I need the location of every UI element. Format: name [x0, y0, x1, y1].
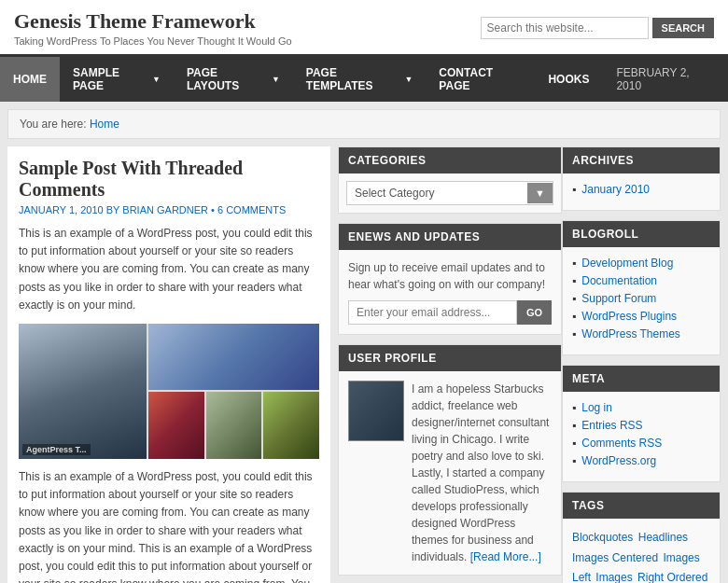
- archives-content: January 2010: [563, 174, 720, 210]
- tags-content: Blockquotes Headlines Images Centered Im…: [563, 519, 720, 583]
- post-date: JANUARY 1, 2010: [19, 204, 104, 215]
- tag-link-6[interactable]: Right Ordered Lists: [572, 571, 707, 583]
- tags-widget: TAGS Blockquotes Headlines Images Center…: [562, 492, 721, 583]
- archives-title: ARCHIVES: [563, 147, 720, 174]
- tag-link-1[interactable]: Blockquotes: [572, 531, 633, 544]
- content-area: Sample Post With Threaded Comments JANUA…: [7, 146, 721, 583]
- main-nav: HOME SAMPLE PAGE ▼ PAGE LAYOUTS ▼ PAGE T…: [0, 57, 728, 102]
- post-img-5: [263, 392, 319, 459]
- post-img-1: AgentPress T...: [19, 324, 147, 459]
- meta-content: Log in Entries RSS Comments RSS WordPres…: [563, 392, 720, 481]
- enews-form: GO: [348, 300, 552, 325]
- blogroll-link-2[interactable]: Documentation: [581, 274, 657, 287]
- tag-link-5[interactable]: Images: [595, 571, 632, 583]
- search-input[interactable]: [481, 17, 649, 39]
- post-separator: •: [211, 204, 217, 215]
- post-comments-link[interactable]: 6 COMMENTS: [217, 204, 286, 215]
- meta-item-2: Entries RSS: [572, 419, 710, 432]
- site-header: Genesis Theme Framework Taking WordPress…: [0, 0, 728, 57]
- blogroll-item-2: Documentation: [572, 274, 710, 287]
- user-profile-content: I am a hopeless Starbucks addict, freela…: [339, 371, 561, 575]
- profile-text: I am a hopeless Starbucks addict, freela…: [412, 381, 552, 565]
- right-sidebar: ARCHIVES January 2010 BLOGROLL Developme…: [562, 146, 721, 583]
- categories-content: Select Category ▼: [339, 174, 561, 213]
- tag-link-2[interactable]: Headlines: [638, 531, 688, 544]
- meta-link-2[interactable]: Entries RSS: [581, 419, 642, 432]
- post-title: Sample Post With Threaded Comments: [19, 158, 319, 201]
- nav-arrow-templates: ▼: [404, 75, 413, 84]
- enews-title: ENEWS AND UPDATES: [339, 224, 561, 250]
- category-select-text: Select Category: [347, 182, 527, 204]
- post-img-3: [148, 392, 204, 459]
- user-profile-widget: USER PROFILE I am a hopeless Starbucks a…: [338, 344, 562, 576]
- post-image-collage: AgentPress T...: [19, 324, 319, 459]
- blogroll-content: Development Blog Documentation Support F…: [563, 247, 720, 354]
- blogroll-item-1: Development Blog: [572, 257, 710, 270]
- post-img-4: [206, 392, 262, 459]
- profile-read-more-link[interactable]: [Read More...]: [470, 550, 541, 563]
- post-author-link[interactable]: BRIAN GARDNER: [122, 204, 208, 215]
- nav-arrow-layouts: ▼: [272, 75, 280, 84]
- meta-item-1: Log in: [572, 401, 710, 414]
- meta-widget: META Log in Entries RSS Comments RSS Wor…: [562, 365, 721, 482]
- meta-link-3[interactable]: Comments RSS: [581, 437, 662, 450]
- tags-title: TAGS: [563, 493, 720, 519]
- nav-item-page-layouts[interactable]: PAGE LAYOUTS ▼: [174, 57, 293, 102]
- nav-item-hooks[interactable]: HOOKS: [535, 57, 602, 102]
- nav-item-contact[interactable]: CONTACT PAGE: [426, 57, 535, 102]
- nav-items: HOME SAMPLE PAGE ▼ PAGE LAYOUTS ▼ PAGE T…: [0, 57, 602, 102]
- avatar: [348, 381, 404, 441]
- user-profile-title: USER PROFILE: [339, 345, 561, 371]
- blogroll-link-1[interactable]: Development Blog: [581, 257, 673, 270]
- meta-item-4: WordPress.org: [572, 454, 710, 467]
- nav-arrow-sample: ▼: [152, 75, 161, 84]
- category-select[interactable]: Select Category ▼: [346, 181, 553, 205]
- meta-item-3: Comments RSS: [572, 437, 710, 450]
- post-paragraph-1: This is an example of a WordPress post, …: [19, 225, 319, 314]
- post-paragraph-2: This is an example of a WordPress post, …: [19, 468, 319, 583]
- enews-submit-button[interactable]: GO: [517, 300, 552, 325]
- blogroll-link-3[interactable]: Support Forum: [581, 292, 656, 305]
- blogroll-item-3: Support Forum: [572, 292, 710, 305]
- blogroll-widget: BLOGROLL Development Blog Documentation …: [562, 220, 721, 355]
- breadcrumb-home-link[interactable]: Home: [90, 118, 119, 131]
- category-dropdown-arrow: ▼: [527, 183, 553, 203]
- blogroll-link-5[interactable]: WordPress Themes: [581, 327, 680, 340]
- nav-item-sample-page[interactable]: SAMPLE PAGE ▼: [60, 57, 174, 102]
- tag-link-3[interactable]: Images Centered: [572, 551, 658, 564]
- meta-link-1[interactable]: Log in: [581, 401, 612, 414]
- nav-date: FEBRUARY 2, 2010: [602, 57, 728, 102]
- blogroll-item-5: WordPress Themes: [572, 327, 710, 340]
- post-meta: JANUARY 1, 2010 BY BRIAN GARDNER • 6 COM…: [19, 204, 319, 215]
- main-content: Sample Post With Threaded Comments JANUA…: [7, 146, 330, 583]
- nav-item-home[interactable]: HOME: [0, 57, 60, 102]
- archive-link[interactable]: January 2010: [581, 183, 650, 196]
- enews-content: Sign up to receive email updates and to …: [339, 250, 561, 334]
- categories-title: CATEGORIES: [339, 147, 561, 174]
- categories-widget: CATEGORIES Select Category ▼: [338, 146, 562, 214]
- enews-widget: ENEWS AND UPDATES Sign up to receive ema…: [338, 223, 562, 335]
- archive-item: January 2010: [572, 183, 710, 196]
- blogroll-title: BLOGROLL: [563, 221, 720, 247]
- post-img-2: [148, 324, 319, 391]
- post-by: BY: [106, 204, 119, 215]
- archives-widget: ARCHIVES January 2010: [562, 146, 721, 211]
- breadcrumb: You are here: Home: [7, 109, 721, 139]
- breadcrumb-text: You are here:: [20, 118, 90, 131]
- enews-text: Sign up to receive email updates and to …: [348, 259, 552, 293]
- left-sidebar: CATEGORIES Select Category ▼ ENEWS AND U…: [338, 146, 562, 583]
- meta-title: META: [563, 366, 720, 392]
- blogroll-item-4: WordPress Plugins: [572, 310, 710, 323]
- nav-item-page-templates[interactable]: PAGE TEMPLATES ▼: [293, 57, 427, 102]
- search-button[interactable]: SEARCH: [652, 18, 714, 38]
- enews-email-input[interactable]: [348, 300, 517, 325]
- meta-link-4[interactable]: WordPress.org: [581, 454, 656, 467]
- blogroll-link-4[interactable]: WordPress Plugins: [581, 310, 677, 323]
- profile-area: I am a hopeless Starbucks addict, freela…: [348, 381, 552, 565]
